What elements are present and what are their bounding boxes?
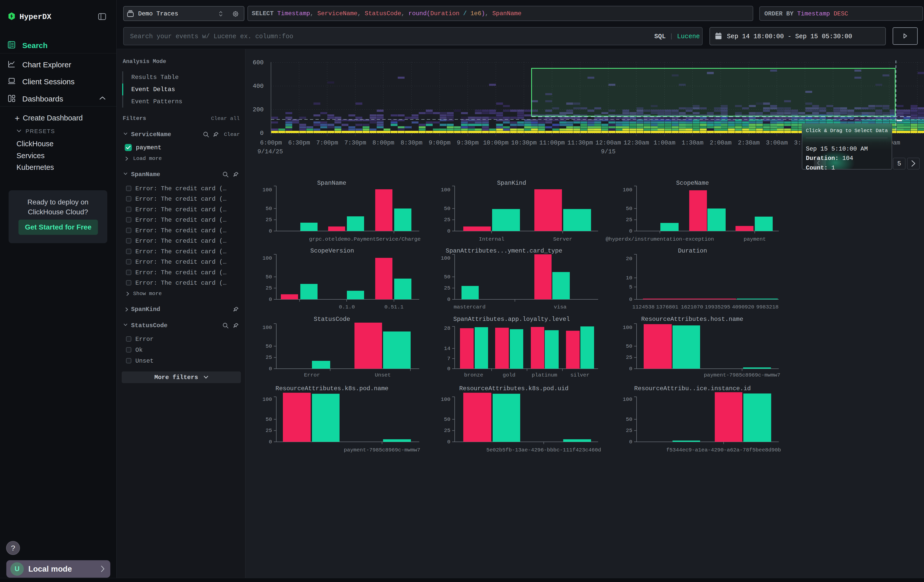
- svg-text:bronze: bronze: [464, 372, 483, 378]
- svg-text:SpanKind: SpanKind: [497, 180, 526, 186]
- svg-text:12:30am: 12:30am: [624, 139, 649, 146]
- svg-text:100: 100: [262, 256, 272, 261]
- svg-text:@hyperdx/instrumentation-excep: @hyperdx/instrumentation-exception: [606, 236, 714, 242]
- svg-text:f5344ec9-a1ea-4290-a62a-78f5be: f5344ec9-a1ea-4290-a62a-78f5bee8d90b: [666, 447, 781, 453]
- svg-text:200: 200: [253, 106, 264, 113]
- svg-text:20: 20: [626, 256, 632, 262]
- svg-text:100: 100: [623, 187, 632, 193]
- svg-text:25: 25: [444, 428, 450, 434]
- svg-text:ScopeVersion: ScopeVersion: [310, 247, 354, 254]
- svg-text:payment: payment: [744, 236, 766, 242]
- svg-text:0: 0: [447, 228, 450, 234]
- svg-text:8:00pm: 8:00pm: [373, 139, 394, 146]
- svg-text:Server: Server: [553, 236, 572, 242]
- svg-text:0: 0: [629, 228, 632, 234]
- svg-text:50: 50: [266, 417, 272, 422]
- svg-text:9/14/25: 9/14/25: [257, 148, 283, 155]
- svg-text:12:00am: 12:00am: [596, 139, 621, 146]
- svg-text:25: 25: [444, 285, 450, 291]
- svg-text:1376801: 1376801: [656, 304, 678, 310]
- svg-text:0: 0: [269, 366, 272, 372]
- svg-text:3:00am: 3:00am: [766, 139, 788, 146]
- svg-text:100: 100: [441, 187, 450, 193]
- svg-text:SpanAttributes...yment.card_ty: SpanAttributes...yment.card_type: [446, 247, 563, 254]
- svg-text:mastercard: mastercard: [454, 304, 485, 310]
- svg-text:ResourceAttributes.k8s.pod.nam: ResourceAttributes.k8s.pod.name: [276, 385, 388, 392]
- svg-text:ResourceAttributes.k8s.pod.uid: ResourceAttributes.k8s.pod.uid: [459, 385, 569, 392]
- svg-text:10: 10: [626, 275, 632, 281]
- svg-text:Error: Error: [304, 372, 320, 378]
- svg-text:50: 50: [444, 274, 450, 280]
- svg-text:5e02b5fb-13ae-4296-bbbc-111f42: 5e02b5fb-13ae-4296-bbbc-111f423c460d: [486, 447, 601, 453]
- svg-text:silver: silver: [570, 372, 589, 378]
- svg-text:0: 0: [260, 130, 264, 137]
- svg-text:600: 600: [253, 59, 264, 66]
- svg-text:19935295: 19935295: [705, 304, 731, 310]
- svg-text:0: 0: [447, 439, 450, 445]
- svg-text:50: 50: [626, 206, 632, 211]
- svg-text:6:30pm: 6:30pm: [288, 139, 310, 146]
- svg-text:9:00pm: 9:00pm: [429, 139, 450, 146]
- svg-text:50: 50: [444, 417, 450, 422]
- svg-text:0: 0: [447, 366, 450, 372]
- svg-text:payment-7985c8969c-mwmw7: payment-7985c8969c-mwmw7: [704, 372, 780, 378]
- svg-text:0: 0: [447, 297, 450, 302]
- svg-text:ResourceAttribu..ice.instance.: ResourceAttribu..ice.instance.id: [634, 385, 751, 392]
- svg-text:9983218: 9983218: [756, 304, 779, 310]
- svg-text:100: 100: [623, 397, 632, 402]
- svg-text:0: 0: [269, 297, 272, 302]
- svg-text:25: 25: [266, 354, 272, 360]
- svg-text:28: 28: [444, 325, 450, 331]
- svg-text:0: 0: [269, 228, 272, 234]
- svg-text:100: 100: [262, 187, 272, 193]
- svg-text:8:30pm: 8:30pm: [401, 139, 422, 146]
- svg-text:11:30pm: 11:30pm: [567, 139, 593, 146]
- svg-text:100: 100: [262, 397, 272, 402]
- svg-text:14: 14: [444, 346, 450, 351]
- svg-text:5: 5: [629, 284, 632, 290]
- svg-text:SpanAttributes.app.loyalty.lev: SpanAttributes.app.loyalty.level: [454, 316, 570, 323]
- svg-text:1:30am: 1:30am: [681, 139, 703, 146]
- svg-text:7:30pm: 7:30pm: [344, 139, 366, 146]
- svg-text:7:00pm: 7:00pm: [316, 139, 338, 146]
- svg-text:Internal: Internal: [479, 236, 505, 242]
- svg-text:10:30pm: 10:30pm: [511, 139, 537, 146]
- svg-text:0: 0: [629, 297, 632, 302]
- svg-text:50: 50: [626, 417, 632, 422]
- svg-text:25: 25: [444, 217, 450, 223]
- svg-text:100: 100: [623, 325, 632, 330]
- svg-text:1621070: 1621070: [681, 304, 703, 310]
- svg-text:4090920: 4090920: [732, 304, 754, 310]
- svg-text:50: 50: [266, 274, 272, 280]
- svg-text:100: 100: [441, 397, 450, 402]
- svg-text:0: 0: [629, 439, 632, 445]
- svg-text:9:30pm: 9:30pm: [457, 139, 478, 146]
- svg-text:100: 100: [441, 256, 450, 261]
- svg-text:7: 7: [447, 356, 450, 362]
- svg-text:grpc.oteldemo.PaymentService/C: grpc.oteldemo.PaymentService/Charge: [309, 236, 421, 242]
- svg-text:11:00pm: 11:00pm: [539, 139, 565, 146]
- svg-text:gold: gold: [503, 372, 515, 378]
- svg-text:100: 100: [262, 325, 272, 330]
- svg-text:50: 50: [266, 206, 272, 211]
- svg-text:2:00am: 2:00am: [710, 139, 731, 146]
- svg-text:50: 50: [266, 343, 272, 349]
- svg-text:25: 25: [626, 428, 632, 434]
- svg-text:Unset: Unset: [375, 372, 391, 378]
- svg-text:25: 25: [626, 354, 632, 360]
- svg-text:visa: visa: [554, 304, 566, 310]
- svg-text:25: 25: [266, 428, 272, 434]
- svg-text:50: 50: [444, 206, 450, 211]
- svg-text:Duration: Duration: [678, 247, 707, 254]
- svg-text:5: 5: [897, 160, 901, 168]
- svg-text:25: 25: [266, 217, 272, 223]
- svg-text:9/15: 9/15: [601, 148, 615, 155]
- svg-text:ScopeName: ScopeName: [676, 180, 709, 186]
- svg-text:StatusCode: StatusCode: [314, 316, 350, 323]
- svg-text:SpanName: SpanName: [317, 180, 346, 186]
- svg-text:400: 400: [253, 83, 264, 89]
- svg-text:0.51.1: 0.51.1: [384, 304, 404, 310]
- svg-text:1124538: 1124538: [632, 304, 655, 310]
- svg-text:6:00pm: 6:00pm: [260, 139, 282, 146]
- svg-text:10:00pm: 10:00pm: [483, 139, 508, 146]
